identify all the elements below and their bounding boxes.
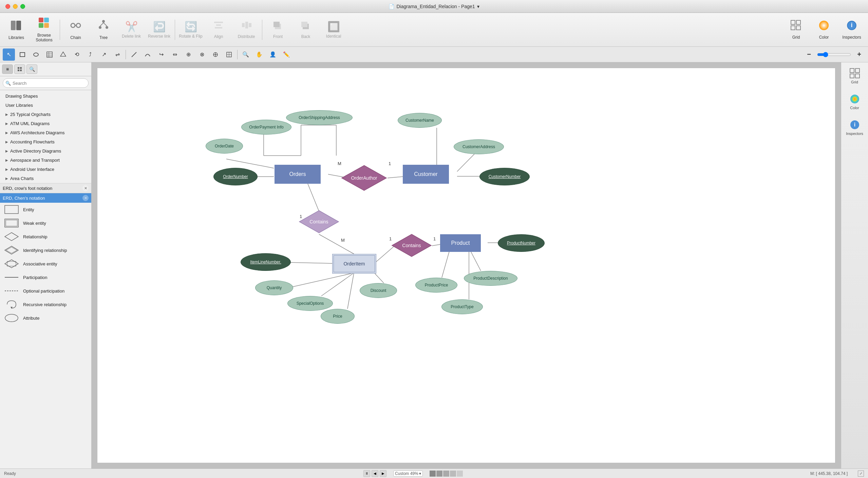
delete-link-button[interactable]: ✂️ Delete link <box>118 15 145 45</box>
shape-attribute[interactable]: Attribute <box>0 311 91 325</box>
sidebar-item-android[interactable]: ▶ Android User Interface <box>0 165 91 174</box>
elbow-tool[interactable]: ↪ <box>155 48 167 61</box>
page-size-1[interactable] <box>430 471 436 477</box>
shape-weak-entity[interactable]: Weak entity <box>0 216 91 230</box>
shape2-tool[interactable]: ⟲ <box>71 48 83 61</box>
page-size-3[interactable] <box>443 471 449 477</box>
connector1-tool[interactable]: ⇔ <box>169 48 181 61</box>
node-orderauthor[interactable]: OrderAuthor <box>341 165 387 191</box>
tree-button[interactable]: Tree <box>90 15 117 45</box>
shape-entity[interactable]: Entity <box>0 203 91 216</box>
node-contains2[interactable]: Contains <box>391 234 432 257</box>
sidebar-item-area-charts[interactable]: ▶ Area Charts <box>0 174 91 183</box>
minimize-button[interactable] <box>13 4 18 9</box>
node-customer[interactable]: Customer <box>403 165 449 184</box>
node-customername[interactable]: CustomerName <box>398 113 442 128</box>
shape-optional-part[interactable]: Optional participation <box>0 284 91 298</box>
line-tool[interactable] <box>128 48 140 61</box>
shape-identifying-rel[interactable]: Identifying relationship <box>0 243 91 257</box>
node-orderpayment[interactable]: OrderPayment Info <box>241 120 291 135</box>
shape4-tool[interactable]: ↗ <box>98 48 110 61</box>
right-inspectors-button[interactable]: i Inspectors <box>843 117 867 138</box>
erd-crows-foot-section[interactable]: ERD, crow's foot notation ✕ <box>0 183 91 193</box>
distribute-button[interactable]: Distribute <box>233 15 260 45</box>
node-orderitem[interactable]: OrderItem <box>332 254 376 274</box>
shape3-tool[interactable]: ⤴ <box>84 48 96 61</box>
chain-button[interactable]: Chain <box>62 15 89 45</box>
sidebar-item-drawing-shapes[interactable]: Drawing Shapes <box>0 92 91 101</box>
node-ordernumber[interactable]: OrderNumber <box>213 168 258 185</box>
node-itemlinenumber[interactable]: ItemLineNumber. <box>241 253 291 271</box>
pan-tool[interactable]: ✋ <box>253 48 265 61</box>
erd-chens-section[interactable]: ERD, Chen's notation ✕ <box>0 193 91 203</box>
node-orders[interactable]: Orders <box>275 165 321 184</box>
identical-button[interactable]: 🔲 Identical <box>320 15 347 45</box>
page-next-button[interactable]: ▶ <box>380 470 386 477</box>
zoom-slider[interactable] <box>817 52 851 57</box>
node-price[interactable]: Price <box>321 309 355 324</box>
canvas[interactable]: OrderShippingAddress OrderPayment Info C… <box>97 68 835 463</box>
right-grid-button[interactable]: Grid <box>843 66 867 86</box>
page-size-2[interactable] <box>436 471 442 477</box>
table-tool[interactable] <box>43 48 56 61</box>
node-productprice[interactable]: ProductPrice <box>415 278 457 293</box>
browse-solutions-button[interactable]: Browse Solutions <box>31 15 58 45</box>
shape1-tool[interactable] <box>57 48 69 61</box>
reverse-link-button[interactable]: ↩️ Reverse link <box>146 15 173 45</box>
front-button[interactable]: Front <box>264 15 291 45</box>
sidebar-item-active-dir[interactable]: ▶ Active Directory Diagrams <box>0 146 91 156</box>
node-ordershipping[interactable]: OrderShippingAddress <box>286 110 353 125</box>
connector4-tool[interactable] <box>209 48 222 61</box>
node-product[interactable]: Product <box>440 234 481 252</box>
sidebar-search-button[interactable]: 🔍 <box>26 64 37 74</box>
curve-tool[interactable] <box>141 48 154 61</box>
sidebar-item-aerospace[interactable]: ▶ Aerospace and Transport <box>0 156 91 165</box>
search-input[interactable] <box>3 78 89 88</box>
fit-button[interactable]: ⤢ <box>858 471 864 477</box>
node-discount[interactable]: Discount <box>360 283 397 298</box>
select-tool[interactable]: ↖ <box>3 48 15 61</box>
sidebar-item-accounting[interactable]: ▶ Accounting Flowcharts <box>0 137 91 146</box>
connector5-tool[interactable] <box>223 48 235 61</box>
sidebar-item-user-libraries[interactable]: User Libraries <box>0 101 91 110</box>
libraries-button[interactable]: Libraries <box>3 15 30 45</box>
align-button[interactable]: Align <box>205 15 232 45</box>
list-view-button[interactable]: ≡ <box>2 64 13 74</box>
color-button[interactable]: Color <box>810 15 837 45</box>
sidebar-item-atm-uml[interactable]: ▶ ATM UML Diagrams <box>0 119 91 128</box>
right-color-button[interactable]: Color <box>843 92 867 112</box>
zoom-in-button[interactable]: + <box>853 48 865 61</box>
node-customeraddress[interactable]: CustomerAddress <box>454 139 504 154</box>
shape-relationship[interactable]: Relationship <box>0 230 91 243</box>
maximize-button[interactable] <box>20 4 25 9</box>
shape-associative[interactable]: Associative entity <box>0 257 91 271</box>
ellipse-tool[interactable] <box>30 48 42 61</box>
zoom-select[interactable]: Custom 49% ▾ <box>393 471 423 477</box>
node-contains1[interactable]: Contains <box>299 210 339 234</box>
close-button[interactable] <box>5 4 10 9</box>
shape-participation[interactable]: Participation <box>0 271 91 284</box>
node-productnumber[interactable]: ProductNumber <box>498 234 545 252</box>
node-productdescription[interactable]: ProductDescription <box>464 271 517 286</box>
node-customernumber[interactable]: CustomerNumber <box>479 168 530 185</box>
sidebar-item-25-typical[interactable]: ▶ 25 Typical Orgcharts <box>0 110 91 119</box>
zoom-out-button[interactable]: − <box>803 48 815 61</box>
page-size-4[interactable] <box>450 471 456 477</box>
connector2-tool[interactable]: ⊕ <box>182 48 194 61</box>
shape-recursive-rel[interactable]: Recursive relationship <box>0 298 91 311</box>
pen-tool[interactable]: ✏️ <box>280 48 293 61</box>
dropdown-icon[interactable]: ▾ <box>477 4 479 9</box>
page-prev-button[interactable]: ◀ <box>372 470 378 477</box>
erd-crows-close[interactable]: ✕ <box>82 185 89 191</box>
erd-chens-close[interactable]: ✕ <box>82 195 89 201</box>
node-quantity[interactable]: Quantity <box>255 280 293 295</box>
rotate-flip-button[interactable]: 🔄 Rotate & Flip <box>177 15 204 45</box>
page-size-5[interactable] <box>457 471 463 477</box>
zoom-in-tool[interactable]: 🔍 <box>240 48 252 61</box>
node-orderdate[interactable]: OrderDate <box>206 139 243 154</box>
page-pause-button[interactable]: ⏸ <box>363 470 370 477</box>
back-button[interactable]: Back <box>292 15 319 45</box>
grid-view-button[interactable] <box>14 64 25 74</box>
node-producttype[interactable]: ProductType <box>441 299 483 314</box>
inspectors-button[interactable]: i Inspectors <box>838 15 865 45</box>
